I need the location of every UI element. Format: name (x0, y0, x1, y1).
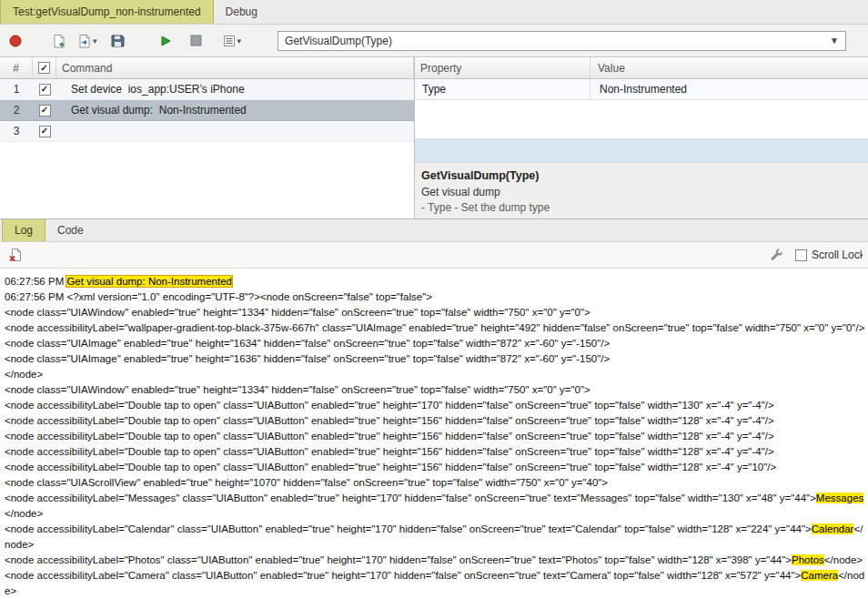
editor-tab-bar: Test:getVisualDump_non-instrumented Debu… (0, 0, 868, 25)
property-grid-header: Property Value (415, 57, 868, 79)
log-text: <node accessibilityLabel="Double tap to … (5, 462, 776, 472)
log-text: 06:27:56 PM <?xml version="1.0" encoding… (5, 291, 432, 302)
wrench-icon (770, 249, 783, 262)
row-command-text: Set device ios_app:USER’s iPhone (56, 83, 414, 96)
clear-log-button[interactable] (5, 245, 25, 265)
log-text: <node accessibilityLabel="Double tap to … (5, 400, 774, 411)
save-icon (111, 34, 125, 47)
command-signature: GetVisualDump(Type) (421, 169, 861, 182)
tab-debug-label: Debug (226, 5, 257, 18)
log-text: <node accessibilityLabel="Messages" clas… (5, 492, 816, 503)
log-line: <node class="UIAWindow" enabled="true" h… (5, 382, 865, 398)
report-button[interactable] (219, 31, 239, 51)
tab-test[interactable]: Test:getVisualDump_non-instrumented (0, 0, 214, 24)
column-header-number[interactable]: # (0, 57, 33, 78)
log-toolbar: Scroll Lock (0, 242, 868, 269)
chevron-down-icon: ▼ (823, 36, 845, 46)
row-checkbox[interactable]: ✓ (39, 126, 51, 137)
log-line: <node accessibilityLabel="Photos" class=… (5, 553, 865, 568)
test-automation-window: Test:getVisualDump_non-instrumented Debu… (0, 0, 868, 599)
new-script-button[interactable] (49, 31, 69, 51)
highlighted-text: Calendar (812, 523, 854, 534)
row-checkbox[interactable]: ✓ (39, 105, 51, 117)
log-text: <node accessibilityLabel="Double tap to … (5, 431, 774, 442)
log-line: <node accessibilityLabel="Calendar" clas… (5, 522, 865, 553)
record-icon (9, 35, 22, 47)
log-line: <node accessibilityLabel="wallpaper-grad… (5, 320, 865, 336)
log-line: <node class="UIAWindow" enabled="true" h… (5, 305, 865, 320)
row-checkbox-cell: ✓ (33, 105, 56, 117)
log-text: 06:27:56 PM (5, 276, 66, 287)
command-grid-header: # ✓ Command (0, 57, 414, 79)
row-checkbox[interactable]: ✓ (39, 84, 51, 96)
property-rows: TypeNon-Instrumented (415, 79, 868, 100)
column-header-command[interactable]: Command (56, 57, 414, 78)
save-button[interactable] (108, 31, 128, 51)
log-line: </node> (5, 367, 865, 382)
command-combobox[interactable]: GetVisualDump(Type) ▼ (278, 31, 846, 51)
command-row[interactable]: 3✓ (0, 121, 414, 142)
log-text: </node> (5, 508, 43, 519)
tab-debug[interactable]: Debug (214, 0, 269, 24)
log-line: <node accessibilityLabel="Messages" clas… (5, 491, 865, 522)
column-header-checkbox: ✓ (33, 57, 56, 78)
command-row[interactable]: 2✓Get visual dump: Non-Instrumented (0, 100, 414, 121)
log-output[interactable]: 06:27:56 PM Get visual dump: Non-Instrum… (0, 269, 868, 599)
scroll-lock-checkbox[interactable] (795, 249, 807, 261)
log-line: 06:27:56 PM Get visual dump: Non-Instrum… (5, 274, 865, 289)
export-script-button[interactable] (75, 31, 95, 51)
property-name: Type (415, 79, 590, 99)
property-panel: Property Value TypeNon-Instrumented GetV… (415, 57, 868, 218)
log-lines: 06:27:56 PM Get visual dump: Non-Instrum… (5, 274, 865, 599)
command-rows: 1✓Set device ios_app:USER’s iPhone2✓Get … (0, 79, 414, 142)
property-row[interactable]: TypeNon-Instrumented (415, 79, 868, 100)
log-text: <node class="UIAScrollView" enabled="tru… (5, 477, 608, 488)
chevron-down-icon[interactable]: ▾ (237, 36, 242, 46)
column-header-value[interactable]: Value (590, 57, 868, 78)
log-text: <node accessibilityLabel="Camera" class=… (5, 570, 801, 581)
command-summary: Get visual dump (421, 186, 861, 198)
row-command-text: Get visual dump: Non-Instrumented (56, 104, 414, 117)
log-text: <node class="UIAWindow" enabled="true" h… (5, 384, 590, 395)
tab-code-label: Code (57, 224, 84, 237)
log-text: <node accessibilityLabel="Photos" class=… (5, 554, 792, 565)
stop-button[interactable] (187, 31, 207, 51)
log-line: <node class="UIAScrollView" enabled="tru… (5, 475, 865, 491)
tab-log-label: Log (15, 224, 33, 237)
play-icon (159, 35, 172, 47)
command-combobox-value: GetVisualDump(Type) (285, 35, 392, 47)
clear-log-icon (8, 248, 23, 262)
upper-split: # ✓ Command 1✓Set device ios_app:USER’s … (0, 57, 868, 219)
log-settings-button[interactable] (766, 245, 786, 265)
log-line: <node accessibilityLabel="Double tap to … (5, 429, 865, 444)
property-grid-empty-area (415, 100, 868, 138)
log-text: </node> (5, 369, 43, 380)
output-tab-bar: Log Code (0, 219, 868, 242)
property-grid-footer-strip (415, 138, 868, 162)
highlighted-text: Camera (801, 570, 838, 581)
tab-log[interactable]: Log (2, 219, 45, 241)
highlighted-text: Photos (792, 554, 824, 565)
tab-code[interactable]: Code (45, 219, 96, 241)
log-line: <node class="UIAImage" enabled="true" he… (5, 336, 865, 351)
log-line: <node accessibilityLabel="Double tap to … (5, 398, 865, 413)
select-all-checkbox[interactable]: ✓ (38, 62, 50, 74)
report-icon (222, 34, 237, 48)
command-param-help: - Type - Set the dump type (421, 201, 861, 214)
run-button[interactable] (156, 31, 176, 51)
log-line: <node accessibilityLabel="Double tap to … (5, 460, 865, 475)
command-row[interactable]: 1✓Set device ios_app:USER’s iPhone (0, 79, 414, 100)
record-button[interactable] (5, 31, 25, 51)
property-value[interactable]: Non-Instrumented (590, 83, 868, 96)
log-text: <node accessibilityLabel="Double tap to … (5, 446, 774, 457)
chevron-down-icon[interactable]: ▾ (93, 36, 97, 46)
log-text: <node accessibilityLabel="Double tap to … (5, 415, 774, 426)
log-line: <node accessibilityLabel="Camera" class=… (5, 568, 865, 599)
column-header-property[interactable]: Property (415, 57, 590, 78)
highlighted-text: Messages (816, 492, 863, 503)
row-number: 3 (0, 125, 33, 137)
command-grid: # ✓ Command 1✓Set device ios_app:USER’s … (0, 57, 415, 218)
main-toolbar: ▾ ▾ GetVisualDump(Type) ▼ (0, 25, 868, 57)
new-script-icon (52, 34, 66, 48)
log-text: <node class="UIAWindow" enabled="true" h… (5, 307, 590, 318)
